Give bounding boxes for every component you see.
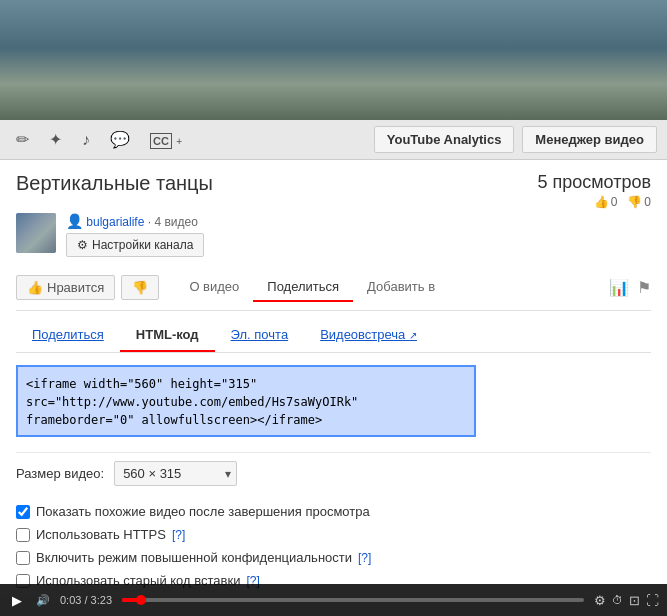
help-link-https[interactable]: [?] <box>172 528 185 542</box>
size-select[interactable]: 560 × 315 640 × 360 853 × 480 1280 × 720… <box>114 461 237 486</box>
user-icon: 👤 <box>66 213 83 229</box>
main-content: Вертикальные танцы 5 просмотров 👍 0 👎 0 … <box>0 160 667 598</box>
thumbdown-btn-icon: 👎 <box>132 280 148 295</box>
action-bar: 👍 Нравится 👎 О видео Поделиться Добавить… <box>16 265 651 311</box>
total-time: 3:23 <box>91 594 112 598</box>
video-controls: ▶ 🔊 0:03 / 3:23 ⚙ ⏱ ⊡ ⛶ <box>0 584 667 598</box>
channel-info: 👤 bulgarialife · 4 видео ⚙ Настройки кан… <box>66 213 651 257</box>
share-tabs: Поделиться HTML-код Эл. почта Видеовстре… <box>16 311 651 353</box>
embed-textarea[interactable]: <iframe width="560" height="315" src="ht… <box>16 365 476 437</box>
views-count: 5 просмотров <box>511 172 651 193</box>
video-size-row: Размер видео: 560 × 315 640 × 360 853 × … <box>16 452 651 494</box>
dislikes-item: 👎 0 <box>627 195 651 209</box>
help-link-privacy[interactable]: [?] <box>358 551 371 565</box>
likes-row: 👍 0 👎 0 <box>511 195 651 209</box>
checkbox-row-3: Включить режим повышенной конфиденциальн… <box>16 546 651 569</box>
cc-plus: + <box>176 136 182 147</box>
action-tabs: О видео Поделиться Добавить в <box>175 273 603 302</box>
music-button[interactable]: ♪ <box>76 127 96 153</box>
views-section: 5 просмотров 👍 0 👎 0 <box>511 172 651 209</box>
video-size-label: Размер видео: <box>16 466 104 481</box>
volume-button[interactable]: 🔊 <box>32 592 54 599</box>
miniplayer-icon[interactable]: ⊡ <box>629 593 640 599</box>
dislikes-count: 0 <box>644 195 651 209</box>
wand-icon: ✦ <box>49 131 62 148</box>
tab-about[interactable]: О видео <box>175 273 253 302</box>
progress-dot <box>136 595 146 598</box>
thumbup-btn-icon: 👍 <box>27 280 43 295</box>
time-display: 0:03 / 3:23 <box>60 594 112 598</box>
volume-icon: 🔊 <box>36 594 50 599</box>
like-label: Нравится <box>47 280 104 295</box>
settings-label: Настройки канала <box>92 238 193 252</box>
title-views-row: Вертикальные танцы 5 просмотров 👍 0 👎 0 <box>16 172 651 209</box>
checkbox-label-1: Показать похожие видео после завершения … <box>36 504 370 519</box>
fullscreen-icon[interactable]: ⛶ <box>646 593 659 599</box>
likes-item: 👍 0 <box>594 195 618 209</box>
external-link-icon: ↗ <box>409 330 417 341</box>
checkbox-section: Показать похожие видео после завершения … <box>16 494 651 598</box>
size-select-wrap: 560 × 315 640 × 360 853 × 480 1280 × 720… <box>114 461 237 486</box>
yt-analytics-button[interactable]: YouTube Analytics <box>374 126 515 153</box>
stats-icon[interactable]: 📊 <box>609 278 629 297</box>
settings-icon[interactable]: ⚙ <box>594 593 606 599</box>
checkbox-similar-videos[interactable] <box>16 505 30 519</box>
speech-button[interactable]: 💬 <box>104 126 136 153</box>
likes-count: 0 <box>611 195 618 209</box>
tab-share[interactable]: Поделиться <box>253 273 353 302</box>
gear-icon: ⚙ <box>77 238 88 252</box>
checkbox-label-2: Использовать HTTPS <box>36 527 166 542</box>
video-player <box>0 0 667 120</box>
share-tab-video-meeting[interactable]: Видеовстреча ↗ <box>304 321 433 352</box>
share-tab-email[interactable]: Эл. почта <box>215 321 305 352</box>
video-title: Вертикальные танцы <box>16 172 511 195</box>
music-icon: ♪ <box>82 131 90 148</box>
channel-link[interactable]: bulgarialife <box>86 215 144 229</box>
channel-avatar <box>16 213 56 253</box>
avatar-image <box>16 213 56 253</box>
controls-right: ⚙ ⏱ ⊡ ⛶ <box>594 593 659 599</box>
cc-icon: CC <box>150 133 172 149</box>
action-tab-icons: 📊 ⚑ <box>609 278 651 297</box>
checkbox-row-1: Показать похожие видео после завершения … <box>16 500 651 523</box>
play-icon: ▶ <box>12 593 22 599</box>
checkbox-label-3: Включить режим повышенной конфиденциальн… <box>36 550 352 565</box>
checkbox-https[interactable] <box>16 528 30 542</box>
dislike-button[interactable]: 👎 <box>121 275 159 300</box>
wand-button[interactable]: ✦ <box>43 126 68 153</box>
thumbup-icon: 👍 <box>594 195 609 209</box>
thumbdown-icon: 👎 <box>627 195 642 209</box>
channel-header: 👤 bulgarialife · 4 видео ⚙ Настройки кан… <box>16 213 651 257</box>
flag-icon[interactable]: ⚑ <box>637 278 651 297</box>
video-count: 4 видео <box>154 215 197 229</box>
play-button[interactable]: ▶ <box>8 591 26 599</box>
share-tab-html[interactable]: HTML-код <box>120 321 215 352</box>
checkbox-privacy[interactable] <box>16 551 30 565</box>
channel-settings-button[interactable]: ⚙ Настройки канала <box>66 233 204 257</box>
embed-section: <iframe width="560" height="315" src="ht… <box>16 353 651 452</box>
speech-icon: 💬 <box>110 131 130 148</box>
current-time: 0:03 <box>60 594 81 598</box>
tab-add-to[interactable]: Добавить в <box>353 273 449 302</box>
like-button[interactable]: 👍 Нравится <box>16 275 115 300</box>
channel-name-row: 👤 bulgarialife · 4 видео <box>66 213 651 229</box>
timer-icon[interactable]: ⏱ <box>612 594 623 598</box>
toolbar: ✏ ✦ ♪ 💬 CC + YouTube Analytics Менеджер … <box>0 120 667 160</box>
manager-button[interactable]: Менеджер видео <box>522 126 657 153</box>
pencil-icon: ✏ <box>16 131 29 148</box>
cc-button[interactable]: CC + <box>144 127 188 153</box>
pencil-button[interactable]: ✏ <box>10 126 35 153</box>
checkbox-row-2: Использовать HTTPS [?] <box>16 523 651 546</box>
share-tab-share[interactable]: Поделиться <box>16 321 120 352</box>
